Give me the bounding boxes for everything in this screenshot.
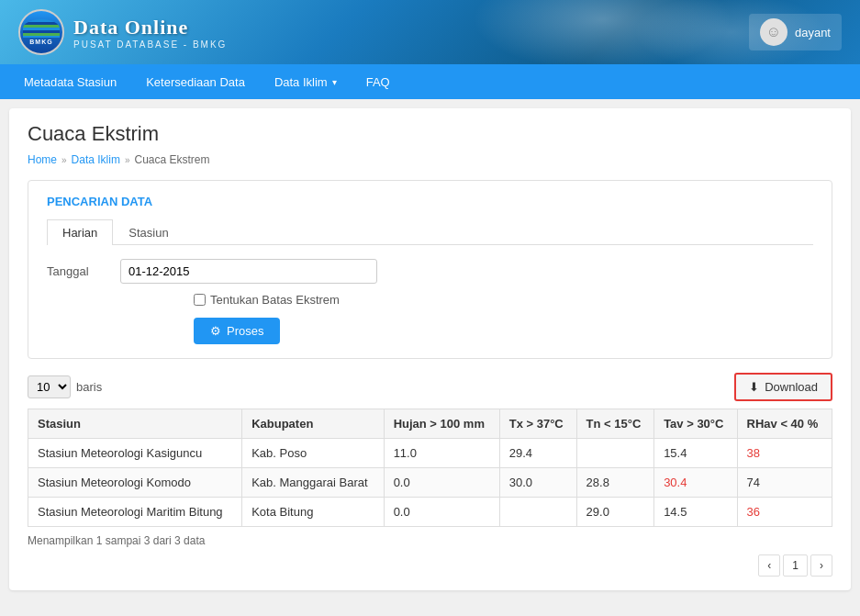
download-icon: ⬇ <box>749 380 759 394</box>
header: BMKG Data Online Pusat Database - BMKG ☺… <box>0 0 860 64</box>
rows-label: baris <box>76 380 102 394</box>
site-title: Data Online Pusat Database - BMKG <box>73 16 227 50</box>
tanggal-input[interactable] <box>120 259 377 284</box>
pagination: ‹ 1 › <box>28 554 832 577</box>
search-section: PENCARIAN DATA Harian Stasiun Tanggal Te… <box>28 180 832 359</box>
next-page-button[interactable]: › <box>810 554 832 577</box>
breadcrumb-sep-1: » <box>61 155 67 165</box>
batas-ekstrem-row: Tentukan Batas Ekstrem <box>47 293 813 307</box>
nav-bar: Metadata Stasiun Ketersediaan Data Data … <box>0 64 860 99</box>
nav-metadata-stasiun[interactable]: Metadata Stasiun <box>9 68 131 96</box>
site-subtitle: Pusat Database - BMKG <box>73 39 227 50</box>
search-title: PENCARIAN DATA <box>47 195 813 208</box>
gear-icon: ⚙ <box>210 324 221 338</box>
nav-ketersediaan-data[interactable]: Ketersediaan Data <box>131 68 260 96</box>
rows-per-page-select[interactable]: 10 25 50 <box>28 375 71 398</box>
table-footer: Menampilkan 1 sampai 3 dari 3 data <box>28 534 832 547</box>
nav-data-iklim[interactable]: Data Iklim ▾ <box>260 68 352 96</box>
col-hujan: Hujan > 100 mm <box>384 409 499 439</box>
site-name: Data Online <box>73 16 227 39</box>
nav-faq[interactable]: FAQ <box>352 68 405 96</box>
user-area[interactable]: ☺ dayant <box>749 14 842 50</box>
bmkg-text: BMKG <box>29 39 52 45</box>
breadcrumb-sep-2: » <box>125 155 130 165</box>
bmkg-logo: BMKG <box>18 9 64 55</box>
breadcrumb-data-iklim[interactable]: Data Iklim <box>72 153 120 166</box>
logo-area: BMKG Data Online Pusat Database - BMKG <box>18 9 227 55</box>
col-stasiun: Stasiun <box>28 409 242 439</box>
prev-page-button[interactable]: ‹ <box>758 554 780 577</box>
table-controls: 10 25 50 baris ⬇ Download <box>28 373 832 401</box>
page-content: Cuaca Ekstrim Home » Data Iklim » Cuaca … <box>9 108 851 590</box>
tanggal-label: Tanggal <box>47 264 120 278</box>
table-row: Stasiun Meteorologi KomodoKab. Manggarai… <box>28 468 832 498</box>
avatar: ☺ <box>760 18 787 46</box>
chevron-down-icon: ▾ <box>332 77 337 87</box>
breadcrumb-current: Cuaca Ekstrem <box>134 153 209 166</box>
breadcrumb-home[interactable]: Home <box>28 153 57 166</box>
breadcrumb: Home » Data Iklim » Cuaca Ekstrem <box>28 153 832 166</box>
rows-control: 10 25 50 baris <box>28 375 102 398</box>
data-table: Stasiun Kabupaten Hujan > 100 mm Tx > 37… <box>28 409 832 527</box>
tab-bar: Harian Stasiun <box>47 219 813 245</box>
batas-ekstrem-label: Tentukan Batas Ekstrem <box>210 293 340 307</box>
col-tn: Tn < 15°C <box>576 409 654 439</box>
col-rhav: RHav < 40 % <box>737 409 832 439</box>
col-kabupaten: Kabupaten <box>242 409 384 439</box>
batas-ekstrem-checkbox[interactable] <box>194 294 206 306</box>
tanggal-row: Tanggal <box>47 259 813 284</box>
download-button[interactable]: ⬇ Download <box>734 373 832 401</box>
process-button[interactable]: ⚙ Proses <box>194 318 280 344</box>
table-row: Stasiun Meteorologi KasiguncuKab. Poso11… <box>28 439 832 468</box>
col-tx: Tx > 37°C <box>499 409 576 439</box>
logo-stripes <box>23 19 60 38</box>
page-title: Cuaca Ekstrim <box>28 122 832 146</box>
user-name: dayant <box>795 26 831 39</box>
tab-harian[interactable]: Harian <box>47 219 113 245</box>
table-row: Stasiun Meteorologi Maritim BitungKota B… <box>28 498 832 527</box>
col-tav: Tav > 30°C <box>654 409 737 439</box>
page-1-button[interactable]: 1 <box>783 554 808 577</box>
process-btn-row: ⚙ Proses <box>47 318 813 344</box>
tab-stasiun[interactable]: Stasiun <box>113 219 184 245</box>
